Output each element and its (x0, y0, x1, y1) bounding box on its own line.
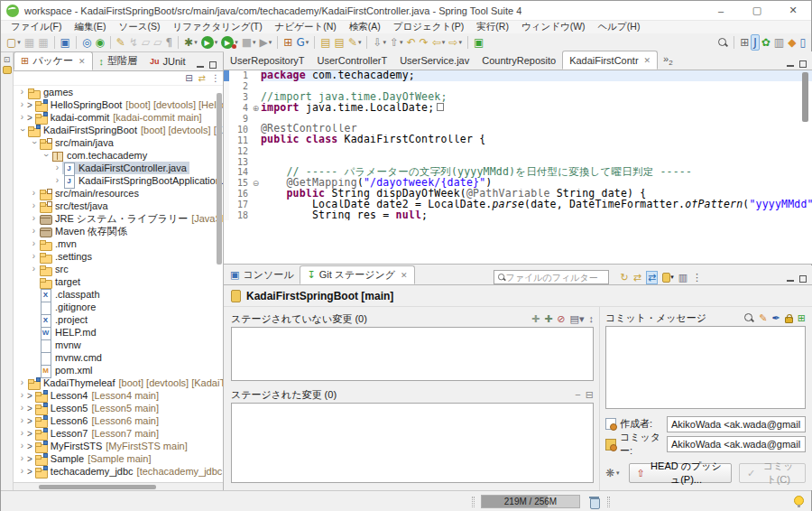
maximize-view-icon[interactable] (207, 61, 219, 70)
bottom-tab-git-[interactable]: ↧Git ステージング✕ (300, 265, 414, 284)
unstaged-changes-list[interactable] (231, 327, 594, 381)
back-button[interactable]: ⇦▾ (430, 34, 448, 51)
unstage-all-icon[interactable]: ⊟ (586, 389, 594, 401)
save-button[interactable]: ▦ (23, 34, 36, 51)
project-tree[interactable]: ›games›>HelloSpringBoot[boot] [devtools]… (14, 86, 223, 482)
menu-item[interactable]: プロジェクト(P) (387, 21, 470, 33)
expand-arrow-icon[interactable]: › (29, 227, 39, 236)
debug-button[interactable]: ✱▾ (182, 34, 199, 51)
spring-perspective-button[interactable]: ✿ (760, 34, 772, 51)
tree-item[interactable]: ›JKadaiFirstSpringBootApplication.java (14, 174, 223, 187)
boot-dashboard-button[interactable]: ▣ (59, 34, 72, 51)
unstage-selected-icon[interactable]: − (575, 389, 580, 400)
tree-item[interactable]: ›src (14, 263, 223, 275)
mark-occurrences-button[interactable]: ✎▾ (346, 34, 364, 51)
repository-switch-icon[interactable]: ▾ (662, 273, 674, 283)
close-button[interactable]: ✕ (775, 1, 811, 20)
guides-button[interactable]: G▾ (294, 34, 310, 51)
collapse-arrow-icon[interactable]: › (18, 125, 27, 135)
stop-button[interactable]: ■▾ (240, 34, 258, 51)
expand-arrow-icon[interactable]: › (17, 441, 27, 451)
tree-item[interactable]: ›games (14, 86, 223, 98)
tree-item[interactable]: ›.settings (14, 250, 223, 263)
new-wizard-button[interactable]: ▢▾ (5, 34, 23, 51)
tree-item[interactable]: ›JRE システム・ライブラリー[JavaSE-17] (14, 212, 223, 225)
author-input[interactable] (667, 416, 806, 432)
tree-item[interactable]: ›>kadai-commit[kadai-commit main] (14, 111, 223, 124)
run-garbage-collector-icon[interactable] (589, 497, 599, 507)
tree-item[interactable]: ›.mvn (14, 237, 223, 250)
folded-region-icon[interactable] (437, 103, 444, 111)
git-perspective-button[interactable]: ◆ (786, 34, 798, 51)
search-button[interactable] (716, 34, 730, 51)
tree-item[interactable]: ›>Sample[Sample main] (14, 452, 223, 465)
editor-scrollbar[interactable] (801, 72, 809, 262)
prev-annotation-button[interactable]: ⇧▾ (388, 34, 405, 51)
open-perspective-button[interactable]: ⊞ (738, 34, 751, 51)
tree-item[interactable]: ›src/main/resources (14, 187, 223, 200)
expand-arrow-icon[interactable]: › (52, 163, 62, 172)
run-button[interactable]: ▶▾ (199, 34, 220, 51)
menu-item[interactable]: ソース(S) (112, 21, 166, 33)
tree-item[interactable]: ›Maven 依存関係 (14, 225, 223, 237)
mobile-perspective-button[interactable]: ▯ (798, 34, 807, 51)
expand-arrow-icon[interactable]: › (17, 100, 27, 109)
menu-item[interactable]: 実行(R) (470, 21, 515, 33)
find-icon[interactable] (744, 313, 754, 323)
run-history-button[interactable]: ▶▾ (219, 34, 240, 51)
menu-item[interactable]: ヘルプ(H) (592, 21, 647, 33)
run-last-button[interactable]: ↯ (127, 34, 140, 51)
file-filter-input[interactable] (506, 273, 605, 283)
minimize-view-icon[interactable] (194, 61, 207, 70)
switch-layout-icon[interactable]: ▥ (678, 272, 687, 283)
tree-item[interactable]: X.classpath (14, 288, 223, 301)
menu-item[interactable]: 検索(A) (343, 21, 387, 33)
amend-icon[interactable]: ✎ (759, 312, 767, 324)
fold-toggle-icon[interactable]: ⊕ (251, 104, 261, 113)
explorer-tab--[interactable]: ↕型階層 (93, 51, 144, 70)
tree-item[interactable]: ›>Lesson4[Lesson4 main] (14, 389, 223, 402)
tree-item[interactable]: ›>Lesson5[Lesson5 main] (14, 402, 223, 414)
close-tab-icon[interactable]: ✕ (78, 57, 86, 66)
pin-editor-button[interactable]: ▣ (472, 34, 485, 51)
tree-item[interactable]: Mpom.xml (14, 364, 223, 376)
tree-item[interactable]: ›>Lesson6[Lesson6 main] (14, 414, 223, 427)
menu-item[interactable]: ウィンドウ(W) (515, 21, 592, 33)
collapse-arrow-icon[interactable]: › (30, 138, 39, 148)
maximize-view-icon[interactable] (797, 275, 809, 284)
close-tab-icon[interactable]: ✕ (644, 56, 651, 65)
menu-item[interactable]: ナビゲート(N) (269, 21, 343, 33)
fold-toggle-icon[interactable]: ⊖ (251, 179, 261, 188)
power-button[interactable]: ◉ (93, 34, 106, 51)
collapse-all-icon[interactable]: ⊟ (185, 73, 192, 83)
editor-tab-countryreposito[interactable]: CountryReposito (475, 51, 562, 70)
minimize-view-icon[interactable] (784, 275, 797, 284)
expand-arrow-icon[interactable]: › (17, 88, 27, 97)
maximize-button[interactable]: ▢ (739, 1, 775, 20)
maximize-view-icon[interactable] (797, 60, 809, 70)
editor-tab-userservice-jav[interactable]: UserService.jav (393, 51, 475, 70)
next-annotation-button[interactable]: ⇩▾ (371, 34, 388, 51)
gpg-sign-icon[interactable] (785, 313, 793, 323)
minimize-view-icon[interactable] (784, 60, 797, 70)
expand-arrow-icon[interactable]: › (29, 265, 39, 274)
collapse-arrow-icon[interactable]: › (42, 151, 51, 161)
tree-item[interactable]: ›>HelloSpringBoot[boot] [devtools] [Hell… (14, 98, 223, 111)
coverage-button[interactable]: ▱ (152, 34, 163, 51)
tree-item[interactable]: ›src/test/java (14, 200, 223, 212)
minimize-button[interactable]: – (703, 1, 739, 20)
profile-button[interactable]: ▱ (140, 34, 152, 51)
spring-tools-button[interactable]: ◎ (80, 34, 93, 51)
tree-item[interactable]: mvnw.cmd (14, 351, 223, 364)
add-selected-icon[interactable]: ✚ (531, 313, 540, 325)
tree-item[interactable]: ›>MyFirstSTS[MyFirstSTS main] (14, 440, 223, 452)
tree-item[interactable]: target (14, 275, 223, 288)
view-menu-icon[interactable]: ⋮ (692, 272, 702, 283)
forward-button[interactable]: ⇨▾ (447, 34, 464, 51)
explorer-tab--[interactable]: ⊞パッケー✕ (14, 51, 93, 70)
explorer-tab-junit[interactable]: JuJUnit (143, 51, 192, 70)
tree-item[interactable]: X.project (14, 313, 223, 326)
presentation-menu-icon[interactable]: ▤▾ (570, 313, 585, 325)
editor-tab-userrepositoryt[interactable]: UserRepositoryT (224, 51, 311, 70)
tree-item[interactable]: ›src/main/java (14, 136, 223, 149)
